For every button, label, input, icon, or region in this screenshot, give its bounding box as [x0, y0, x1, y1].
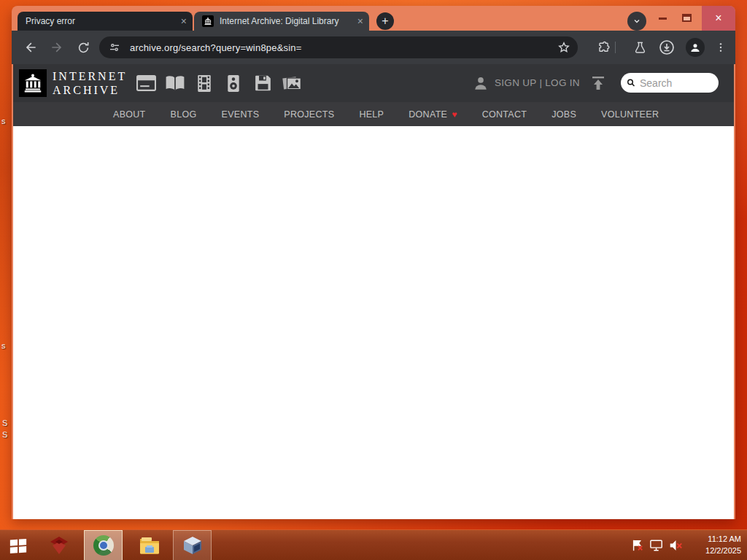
account-person-icon[interactable] [473, 74, 489, 95]
address-bar[interactable]: archive.org/search?query=win8pe&sin= [99, 36, 578, 58]
browser-window: Privacy error × Internet Archive: Digita… [12, 6, 735, 519]
nav-label: EVENTS [222, 109, 260, 120]
tab-close-icon[interactable]: × [357, 16, 363, 26]
puzzle-icon [597, 41, 611, 55]
nav-about[interactable]: ABOUT [113, 109, 146, 120]
donate-heart-icon: ♥ [452, 109, 457, 120]
temple-icon [22, 72, 44, 94]
nav-label: BLOG [171, 109, 197, 120]
back-arrow-icon [23, 40, 38, 55]
downloads-button[interactable] [657, 31, 677, 64]
chrome-icon [93, 535, 114, 556]
flask-icon [633, 41, 647, 55]
network-display-icon[interactable] [649, 539, 664, 552]
red-box-app-icon [48, 535, 70, 556]
blank-results-area [13, 126, 734, 519]
muted-speaker-icon[interactable] [669, 539, 683, 552]
person-icon [689, 41, 702, 54]
clock-date: 12/2/2025 [705, 545, 741, 557]
nav-events[interactable]: EVENTS [222, 109, 260, 120]
images-icon[interactable] [282, 74, 302, 93]
archive-favicon-icon [202, 15, 214, 27]
download-icon [658, 39, 676, 56]
archive-logo-text[interactable]: INTERNET ARCHIVE [53, 70, 127, 98]
star-icon [557, 41, 570, 54]
avatar [686, 38, 705, 57]
desktop-icon-label-fragment: s [1, 341, 6, 350]
file-explorer-button[interactable] [136, 530, 163, 560]
upload-icon[interactable] [589, 74, 607, 95]
tab-title: Internet Archive: Digital Library [220, 16, 353, 26]
forward-button[interactable] [48, 31, 66, 64]
signup-login-link[interactable]: SIGN UP | LOG IN [495, 77, 580, 88]
tune-icon [109, 42, 120, 53]
clock-time: 11:12 AM [705, 534, 741, 545]
tab-close-icon[interactable]: × [181, 16, 187, 26]
reload-icon [77, 41, 90, 55]
forward-arrow-icon [50, 40, 64, 55]
nav-contact[interactable]: CONTACT [482, 109, 527, 120]
archive-header: INTERNET ARCHIVE [13, 64, 734, 102]
tab-privacy-error[interactable]: Privacy error × [18, 12, 193, 31]
red-box-app-button[interactable] [45, 530, 73, 560]
action-center-flag-icon[interactable] [631, 539, 644, 552]
nav-jobs[interactable]: JOBS [551, 109, 576, 120]
chevron-down-icon [632, 17, 641, 26]
nav-label: JOBS [551, 109, 576, 120]
logo-line1: INTERNET [53, 70, 127, 84]
tab-internet-archive[interactable]: Internet Archive: Digital Library × [194, 12, 369, 31]
taskbar: 11:12 AM 12/2/2025 [0, 529, 747, 560]
page-content: INTERNET ARCHIVE [13, 64, 734, 519]
nav-label: PROJECTS [284, 109, 334, 120]
tab-strip: Privacy error × Internet Archive: Digita… [12, 6, 735, 31]
nav-blog[interactable]: BLOG [171, 109, 197, 120]
taskbar-clock[interactable]: 11:12 AM 12/2/2025 [705, 534, 741, 557]
minimize-button[interactable] [659, 18, 667, 20]
desktop-icon-label-fragment: s [1, 117, 6, 125]
maximize-button[interactable] [682, 14, 692, 22]
nav-label: VOLUNTEER [601, 109, 659, 120]
site-info-button[interactable] [105, 39, 124, 55]
reload-button[interactable] [74, 31, 92, 64]
back-button[interactable] [22, 31, 39, 64]
nav-projects[interactable]: PROJECTS [284, 109, 334, 120]
tab-search-button[interactable] [627, 12, 646, 31]
extensions-button[interactable] [594, 31, 613, 64]
search-icon [627, 77, 635, 89]
profile-button[interactable] [684, 31, 706, 64]
file-explorer-icon [139, 536, 160, 555]
nav-volunteer[interactable]: VOLUNTEER [601, 109, 659, 120]
texts-icon[interactable] [165, 74, 185, 93]
logo-line2: ARCHIVE [53, 84, 127, 98]
video-icon[interactable] [194, 74, 214, 93]
software-icon[interactable] [252, 74, 273, 93]
virtualbox-icon [182, 535, 203, 556]
nav-help[interactable]: HELP [359, 109, 384, 120]
nav-label: DONATE [409, 109, 447, 120]
web-icon[interactable] [136, 74, 156, 93]
archive-logo[interactable] [19, 69, 47, 97]
chrome-taskbar-button[interactable] [84, 530, 123, 560]
system-tray [631, 530, 683, 560]
desktop-icon-label-fragment: S [2, 419, 7, 427]
url-text: archive.org/search?query=win8pe&sin= [130, 42, 557, 53]
toolbar-separator [615, 42, 616, 53]
browser-toolbar: archive.org/search?query=win8pe&sin= [12, 31, 735, 64]
chrome-labs-button[interactable] [630, 31, 649, 64]
audio-icon[interactable] [223, 74, 244, 93]
new-tab-button[interactable]: + [376, 12, 394, 30]
bookmark-star-button[interactable] [557, 41, 570, 54]
search-input[interactable] [640, 77, 713, 89]
three-dots-icon [715, 42, 727, 53]
menu-button[interactable] [712, 31, 729, 64]
windows-logo-icon [9, 536, 28, 555]
archive-search-box[interactable] [621, 73, 719, 93]
tab-title: Privacy error [26, 16, 177, 26]
nav-label: HELP [359, 109, 384, 120]
desktop-icon-label-fragment: S [2, 430, 7, 439]
close-window-button[interactable]: × [702, 6, 735, 31]
nav-donate[interactable]: DONATE♥ [409, 109, 457, 120]
nav-label: ABOUT [113, 109, 146, 120]
start-button[interactable] [6, 530, 31, 560]
virtualbox-button[interactable] [173, 530, 212, 560]
